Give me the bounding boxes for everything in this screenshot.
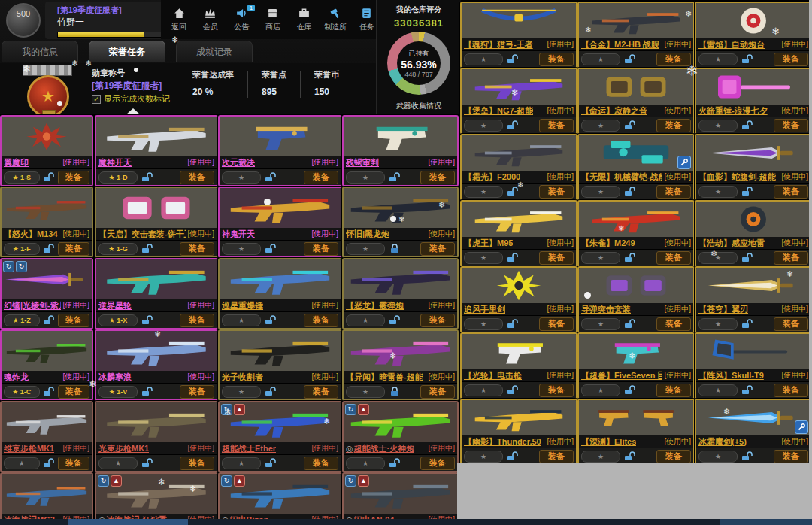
weapon-card[interactable]: 【魂狩】猎弓-王者[使用中]★装备	[460, 2, 577, 68]
equip-button[interactable]: 装备	[774, 251, 808, 265]
weapon-card[interactable]: 维京步枪MK1[使用中]★装备	[0, 401, 93, 472]
lock-open-icon[interactable]	[263, 172, 278, 183]
equip-button[interactable]: 装备	[304, 171, 338, 184]
weapon-card[interactable]: 【命运】寂静之音[使用中]★装备	[577, 68, 695, 135]
star-rating-button[interactable]: ★ 1-X	[98, 314, 138, 326]
equip-button[interactable]: 装备	[180, 242, 214, 256]
lock-open-icon[interactable]	[505, 120, 520, 131]
equip-button[interactable]: 装备	[420, 171, 455, 184]
star-rating-button[interactable]: ★	[346, 386, 385, 398]
scroll-up-indicator[interactable]	[126, 108, 140, 114]
star-rating-button[interactable]: ★	[222, 386, 261, 398]
lock-closed-icon[interactable]	[387, 244, 402, 254]
star-rating-button[interactable]: ★	[222, 171, 261, 184]
taskbar-tray[interactable]	[720, 519, 812, 525]
equip-button[interactable]: 装备	[774, 185, 808, 199]
equip-button[interactable]: 装备	[656, 119, 691, 132]
weapon-card[interactable]: 魔神开天[使用中]★ 1-D装备	[95, 115, 218, 187]
weapon-card[interactable]: 【天启】突击套装-饼干卫队[使用中]★ 1-G装备	[95, 187, 218, 258]
nav-member[interactable]: 会员	[195, 7, 226, 32]
star-rating-button[interactable]: ★	[581, 120, 620, 132]
weapon-card[interactable]: 【光轮】电击枪[使用中]★装备	[460, 332, 577, 399]
equip-button[interactable]: 装备	[539, 53, 574, 66]
star-rating-button[interactable]: ★	[581, 252, 620, 264]
weapon-card[interactable]: 【血影】蛇腹剑-超能[使用中]★装备	[695, 134, 812, 201]
equip-button[interactable]: 装备	[58, 242, 89, 256]
weapon-card[interactable]: 残蝎审判[使用中]★装备	[342, 115, 459, 187]
equip-button[interactable]: 装备	[656, 185, 691, 199]
equip-button[interactable]: 装备	[180, 457, 214, 470]
equip-button[interactable]: 装备	[656, 450, 691, 463]
weapon-card[interactable]: 【超兽】FiveSeven 巨星[使用中]★装备	[577, 332, 695, 399]
checkbox-icon[interactable]: ✓	[92, 95, 101, 104]
lock-open-icon[interactable]	[623, 319, 638, 329]
os-taskbar[interactable]	[0, 519, 812, 525]
weapon-card[interactable]: 怀旧|黑龙炮[使用中]★装备	[342, 187, 459, 258]
lock-open-icon[interactable]	[140, 315, 155, 326]
equip-button[interactable]: 装备	[420, 457, 455, 470]
weapon-card[interactable]: 冰海战记MG3[使用中]★装备	[0, 472, 93, 525]
lock-open-icon[interactable]	[623, 54, 638, 65]
equip-button[interactable]: 装备	[656, 53, 691, 66]
show-count-checkbox-row[interactable]: ✓ 显示完成次数标记	[92, 93, 170, 105]
star-rating-button[interactable]: ★	[581, 53, 620, 65]
lock-open-icon[interactable]	[42, 172, 56, 183]
lock-open-icon[interactable]	[740, 253, 755, 263]
weapon-card[interactable]: 火箭重锤-浪漫七夕[使用中]★装备	[695, 68, 812, 135]
weapon-card[interactable]: 【无限】机械臂铠-战船(+5)[使用中]★装备	[577, 134, 695, 201]
taskbar-item[interactable]	[68, 519, 188, 525]
weapon-card[interactable]: 【雷焰】自动炮台[使用中]★装备	[695, 2, 812, 68]
lock-open-icon[interactable]	[505, 451, 520, 462]
lock-open-icon[interactable]	[42, 315, 56, 326]
weapon-card[interactable]: ↻▲◎闪电Bizon[使用中]★装备	[218, 472, 342, 525]
equip-button[interactable]: 装备	[539, 251, 574, 265]
weapon-card[interactable]: 【阵风】Skull-T9[使用中]★装备	[695, 332, 812, 399]
lock-open-icon[interactable]	[387, 458, 402, 469]
weapon-card[interactable]: 光束步枪MK1[使用中]★装备	[95, 401, 218, 472]
star-rating-button[interactable]: ★	[698, 318, 738, 330]
star-rating-button[interactable]: ★	[464, 252, 503, 264]
lock-open-icon[interactable]	[505, 54, 520, 65]
star-rating-button[interactable]: ★	[222, 314, 261, 326]
star-rating-button[interactable]: ★	[698, 186, 738, 198]
star-rating-button[interactable]: ★	[346, 243, 385, 255]
star-rating-button[interactable]: ★	[698, 53, 738, 65]
weapon-card[interactable]: 次元裁决[使用中]★装备	[218, 115, 342, 187]
weapon-card[interactable]: 【合金】M2-HB 战舰[使用中]★装备	[577, 2, 695, 68]
weapon-card[interactable]: 【苍穹】翼刃[使用中]★装备	[695, 266, 812, 333]
equip-button[interactable]: 装备	[304, 457, 338, 470]
star-rating-button[interactable]: ★	[346, 314, 385, 326]
star-rating-button[interactable]: ★	[581, 384, 620, 396]
equip-button[interactable]: 装备	[539, 185, 574, 199]
star-rating-button[interactable]: ★	[346, 457, 385, 469]
weapon-card[interactable]: 冰麟寒浪[使用中]★ 1-V装备	[95, 329, 218, 401]
star-rating-button[interactable]: ★	[581, 186, 620, 198]
lock-open-icon[interactable]	[740, 319, 755, 329]
equip-button[interactable]: 装备	[420, 314, 455, 327]
star-rating-button[interactable]: ★	[464, 318, 503, 330]
lock-open-icon[interactable]	[623, 451, 638, 462]
nav-back[interactable]: 返回	[164, 7, 194, 32]
lock-open-icon[interactable]	[505, 319, 520, 329]
equip-button[interactable]: 装备	[539, 384, 574, 397]
weapon-card[interactable]: 【怒火】M134[使用中]★ 1-F装备	[0, 187, 93, 258]
nav-storage[interactable]: 仓库	[289, 7, 320, 32]
weapon-card[interactable]: 光子收割者[使用中]★装备	[218, 329, 342, 401]
equip-button[interactable]: 装备	[656, 317, 691, 331]
lock-open-icon[interactable]	[42, 387, 56, 397]
lock-closed-icon[interactable]	[387, 387, 402, 397]
equip-button[interactable]: 装备	[774, 384, 808, 397]
weapon-card[interactable]: 魂炸龙[使用中]★ 1-C装备	[0, 329, 93, 401]
weapon-card[interactable]: 【恶龙】霰弹炮[使用中]★装备	[342, 258, 459, 329]
weapon-card[interactable]: ↻▲◎闪电AN-94[使用中]★装备	[342, 472, 459, 525]
star-rating-button[interactable]: ★	[464, 120, 503, 132]
equip-button[interactable]: 装备	[304, 242, 338, 256]
weapon-card[interactable]: ↻↻幻镜|光棱剑-紫月[使用中]★ 1-Z装备	[0, 258, 93, 329]
tab-honor[interactable]: 荣誉任务	[89, 41, 165, 62]
lock-open-icon[interactable]	[505, 385, 520, 396]
equip-button[interactable]: 装备	[180, 314, 214, 327]
equip-button[interactable]: 装备	[58, 385, 89, 399]
star-rating-button[interactable]: ★	[698, 120, 738, 132]
star-rating-button[interactable]: ★	[222, 457, 261, 469]
lock-open-icon[interactable]	[740, 187, 755, 197]
